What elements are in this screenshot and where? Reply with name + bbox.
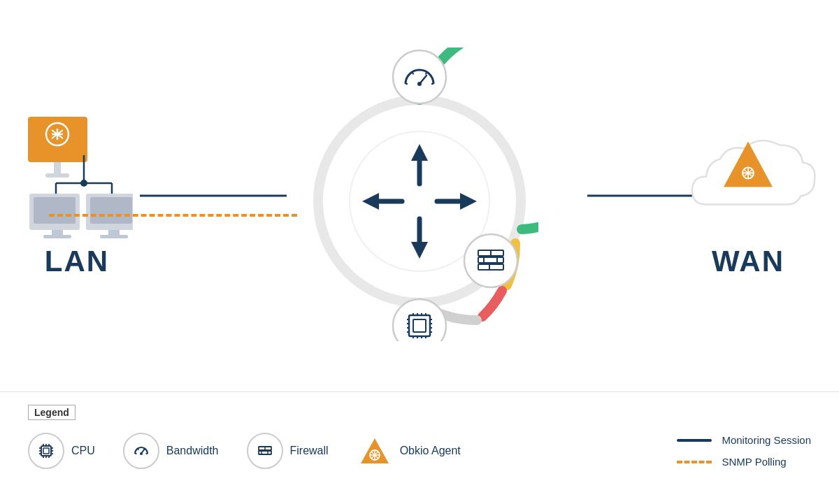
firewall-legend-icon xyxy=(247,433,283,469)
svg-line-89 xyxy=(138,449,139,450)
obkio-legend-icon xyxy=(357,433,393,469)
svg-point-86 xyxy=(140,452,143,455)
bandwidth-legend-label: Bandwidth xyxy=(166,445,219,457)
lan-section: LAN xyxy=(21,113,133,278)
cpu-legend-icon xyxy=(28,433,64,469)
obkio-legend-label: Obkio Agent xyxy=(400,445,461,457)
center-section xyxy=(301,48,538,344)
connection-line-left xyxy=(140,195,287,197)
lan-label: LAN xyxy=(45,245,109,278)
svg-rect-19 xyxy=(108,230,120,236)
solid-line-indicator xyxy=(677,439,712,442)
svg-rect-20 xyxy=(100,235,128,238)
svg-point-38 xyxy=(464,234,517,287)
wan-section: WAN xyxy=(678,114,818,278)
legend-item-cpu: CPU xyxy=(28,433,95,469)
legend-title: Legend xyxy=(28,405,76,420)
monitoring-session-legend: Monitoring Session xyxy=(677,434,811,446)
firewall-legend-label: Firewall xyxy=(290,445,329,457)
legend-item-obkio: Obkio Agent xyxy=(357,433,461,469)
monitoring-session-label: Monitoring Session xyxy=(722,434,811,446)
cpu-legend-label: CPU xyxy=(71,445,95,457)
svg-point-12 xyxy=(80,180,87,187)
svg-point-33 xyxy=(417,82,422,86)
svg-line-90 xyxy=(143,449,145,450)
bandwidth-legend-icon xyxy=(123,433,159,469)
svg-point-31 xyxy=(393,50,446,103)
svg-line-36 xyxy=(413,73,414,75)
svg-rect-7 xyxy=(45,173,69,178)
lan-computers xyxy=(21,113,133,239)
svg-rect-71 xyxy=(41,446,51,456)
legend-area: Legend xyxy=(0,391,839,504)
snmp-polling-line xyxy=(49,214,297,217)
legend-items: CPU Bandwidth xyxy=(28,433,811,469)
svg-line-37 xyxy=(426,73,427,75)
dashed-line-indicator xyxy=(677,461,712,463)
snmp-polling-label: SNMP Polling xyxy=(722,456,786,468)
legend-line-items: Monitoring Session SNMP Polling xyxy=(677,434,811,468)
svg-rect-16 xyxy=(43,235,71,238)
svg-rect-14 xyxy=(34,197,76,224)
svg-rect-72 xyxy=(43,448,49,454)
svg-rect-15 xyxy=(52,230,63,236)
legend-item-bandwidth: Bandwidth xyxy=(123,433,219,469)
svg-rect-6 xyxy=(54,162,61,175)
snmp-polling-legend: SNMP Polling xyxy=(677,456,811,468)
legend-item-firewall: Firewall xyxy=(247,433,329,469)
svg-rect-18 xyxy=(90,197,132,224)
wan-label: WAN xyxy=(712,245,784,278)
svg-rect-92 xyxy=(259,451,271,454)
diagram-area: LAN xyxy=(0,0,839,391)
